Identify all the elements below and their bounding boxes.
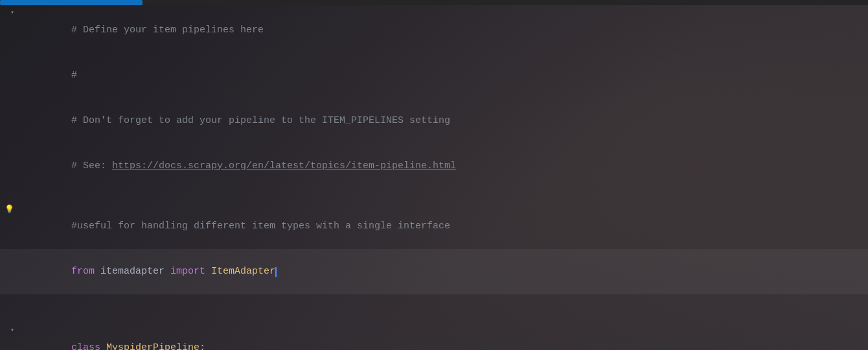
comment-see: # See: [71,160,112,171]
fold-icon-10: ▾ [10,325,14,336]
bulb-icon[interactable]: 💡 [5,204,14,216]
class-itemadapter: ItemAdapter [211,266,275,277]
line-text-4: # See: https://docs.scrapy.org/en/latest… [18,143,868,188]
fold-icon-1: ▾ [10,8,14,18]
line-text-1: # Define your item pipelines here [18,8,868,53]
keyword-class: class [71,342,100,350]
keyword-from: from [71,266,95,277]
line-text-10: class MyspiderPipeline: [18,325,868,351]
code-line-7: from itemadapter import ItemAdapter [0,249,868,294]
space [100,342,106,350]
code-line-1: ▾ # Define your item pipelines here [0,8,868,53]
code-line-5 [0,188,868,204]
import-space [205,266,211,277]
line-gutter-6: 💡 [0,204,18,216]
line-text-3: # Don't forget to add your pipeline to t… [18,98,868,144]
colon: : [200,342,205,350]
class-myspider: MyspiderPipeline [106,342,200,350]
code-editor: ▾ # Define your item pipelines here # # … [0,5,868,350]
code-lines: ▾ # Define your item pipelines here # # … [0,5,868,350]
keyword-import: import [170,266,205,277]
line-text-7: from itemadapter import ItemAdapter [18,249,868,294]
code-line-10: ▾ class MyspiderPipeline: [0,325,868,351]
code-line-4: # See: https://docs.scrapy.org/en/latest… [0,143,868,188]
line-gutter-1: ▾ [0,8,18,18]
docs-link[interactable]: https://docs.scrapy.org/en/latest/topics… [112,160,456,171]
code-line-3: # Don't forget to add your pipeline to t… [0,98,868,144]
comment-text: # Define your item pipelines here [71,25,264,36]
code-line-2: # [0,53,868,98]
line-text-2: # [18,53,868,98]
scrollbar-area[interactable] [0,0,868,5]
module-name: itemadapter [95,266,170,277]
code-line-9 [0,310,868,325]
line-gutter-10: ▾ [0,325,18,336]
text-cursor [275,267,277,277]
line-text-6: #useful for handling different item type… [18,204,868,249]
comment-hash: # [71,70,77,81]
code-line-6: 💡 #useful for handling different item ty… [0,204,868,249]
comment-dont-forget: # Don't forget to add your pipeline to t… [71,115,450,126]
scrollbar-thumb[interactable] [0,0,143,5]
comment-useful: #useful for handling different item type… [71,221,450,232]
code-line-8 [0,294,868,310]
